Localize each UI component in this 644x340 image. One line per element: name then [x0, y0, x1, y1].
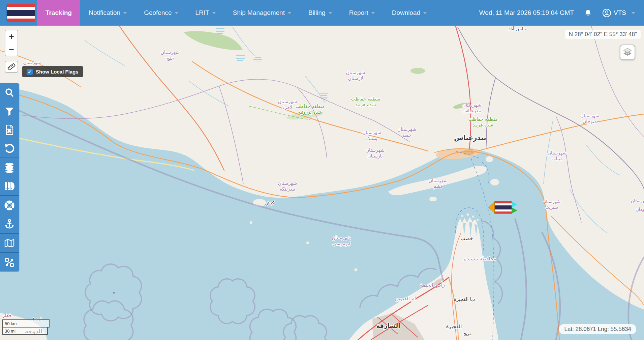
menu-billing[interactable]: Billing: [300, 0, 341, 26]
map-label: أم القيوين: [395, 295, 416, 302]
zoom-in-button[interactable]: +: [5, 30, 18, 43]
share-nodes-icon: [4, 257, 14, 267]
menu-label: Ship Management: [233, 9, 285, 17]
vessel-bow: [488, 201, 495, 214]
menu-ship-management[interactable]: Ship Management: [224, 0, 300, 26]
map-scale-control: 50 km 30 mi: [2, 319, 50, 335]
archive-records-button[interactable]: [0, 177, 19, 195]
notifications-bell-button[interactable]: [584, 9, 592, 17]
chevron-down-icon: [287, 12, 292, 14]
mouse-coordinates-display: N 28° 04' 02" E 55° 33' 48": [565, 30, 641, 39]
map-label: قطر: [2, 313, 11, 318]
islet: [250, 221, 252, 224]
show-flags-label: Show Local Flags: [36, 69, 79, 75]
user-icon: [602, 8, 611, 18]
archive-binders-icon: [4, 181, 15, 192]
tab-tracking[interactable]: Tracking: [37, 0, 80, 26]
bell-icon: [584, 9, 592, 17]
cursor-latlng-display: Lat: 28.0671 Lng: 55.5634: [559, 324, 636, 334]
layers-icon: [622, 47, 633, 58]
menu-notification[interactable]: Notification: [80, 0, 135, 26]
island-point: [113, 292, 115, 294]
map-label: محافظة مسندم: [463, 256, 496, 262]
map-label: بندرعباس: [454, 134, 486, 142]
scale-mi: 30 mi: [2, 327, 48, 335]
chevron-down-icon: [123, 12, 127, 14]
ports-anchor-button[interactable]: [0, 215, 19, 233]
menu-report[interactable]: Report: [341, 0, 384, 26]
map-label: الشارقة: [376, 322, 400, 329]
chevron-down-icon: [328, 12, 332, 14]
chevron-down-icon: [423, 12, 427, 14]
menu-label: Billing: [308, 9, 326, 17]
map-label: دبا الفجيرة: [454, 296, 475, 302]
map-label: الفجيرة: [446, 323, 462, 330]
filter-tool-button[interactable]: [0, 102, 19, 120]
map-label: شهرستانسیریک: [543, 199, 560, 210]
islet: [461, 215, 463, 217]
chevron-down-icon: [212, 12, 216, 14]
database-icon: [4, 162, 14, 173]
search-tool-button[interactable]: [0, 83, 19, 102]
menu-lrit[interactable]: LRIT: [187, 0, 224, 26]
map-label: شهرستان: [631, 198, 644, 204]
islet: [306, 242, 309, 244]
integrations-button[interactable]: [0, 253, 19, 272]
menu-geofence[interactable]: Geofence: [135, 0, 187, 26]
excel-file-icon: X: [4, 124, 14, 135]
island-hormuz: [486, 156, 493, 162]
map-label: شهرستانبندرعباس: [462, 102, 481, 114]
measure-tool-button[interactable]: [5, 61, 18, 73]
vessel-arrow-top: [512, 201, 517, 207]
islet: [355, 268, 358, 272]
map-label: شهرستانلارستان: [346, 70, 365, 81]
green-area: [410, 68, 425, 74]
islet: [472, 216, 474, 218]
anchor-icon: [4, 219, 15, 229]
sar-lifebuoy-button[interactable]: [0, 196, 19, 215]
filter-icon: [4, 106, 14, 116]
island-hengam: [429, 197, 437, 201]
menu-label: LRIT: [195, 9, 209, 17]
menu-label: Download: [392, 9, 421, 17]
vessel-arrow-bottom: [512, 207, 517, 214]
map-label: شهرستانبندرلنگه: [278, 180, 297, 192]
map-label: مربح: [463, 331, 471, 336]
zoom-control: + −: [5, 30, 18, 56]
basemap-button[interactable]: [0, 234, 19, 252]
user-name: VTS: [614, 9, 626, 17]
vessel-marker-thailand[interactable]: [488, 201, 517, 214]
layers-control-button[interactable]: [620, 45, 635, 60]
tab-tracking-label: Tracking: [45, 9, 72, 17]
menu-label: Notification: [89, 9, 120, 17]
map-label: کیش: [265, 200, 274, 206]
user-menu[interactable]: VTS: [602, 8, 635, 18]
map-toolbar: X: [0, 83, 19, 272]
map-canvas[interactable]: شهرستانخنجشهرستانلارستانشهرستانبندرعباسش…: [0, 0, 644, 340]
svg-text:X: X: [7, 128, 11, 133]
island-larak: [490, 179, 499, 186]
show-local-flags-toggle[interactable]: ✓ Show Local Flags: [22, 66, 83, 77]
zoom-out-button[interactable]: −: [5, 43, 18, 56]
map-label: شهرستانمنوجان: [580, 113, 599, 124]
map-icon: [4, 238, 15, 249]
app-logo-thai-flag[interactable]: [7, 4, 35, 22]
refresh-undo-button[interactable]: [0, 139, 19, 158]
map-label: رأس الخيمة: [420, 282, 445, 288]
map-label: منطقه حفاظتشده برزوئیه: [295, 104, 325, 115]
map-label: حاجی آباد: [509, 26, 526, 31]
database-layers-button[interactable]: [0, 158, 19, 177]
undo-rotate-icon: [4, 143, 15, 154]
chevron-down-icon: [631, 12, 635, 14]
map-container[interactable]: شهرستانخنجشهرستانلارستانشهرستانبندرعباسش…: [0, 0, 644, 340]
top-navbar: Tracking Notification Geofence LRIT Ship…: [0, 0, 644, 26]
excel-export-button[interactable]: X: [0, 120, 19, 139]
islet: [467, 214, 469, 216]
scale-km: 50 km: [2, 319, 50, 328]
ruler-icon: [7, 62, 16, 71]
show-flags-checkbox[interactable]: ✓: [27, 69, 33, 75]
map-label: رودان: [636, 207, 644, 212]
lifebuoy-icon: [4, 200, 15, 211]
menu-download[interactable]: Download: [384, 0, 436, 26]
menu-label: Report: [349, 9, 368, 17]
